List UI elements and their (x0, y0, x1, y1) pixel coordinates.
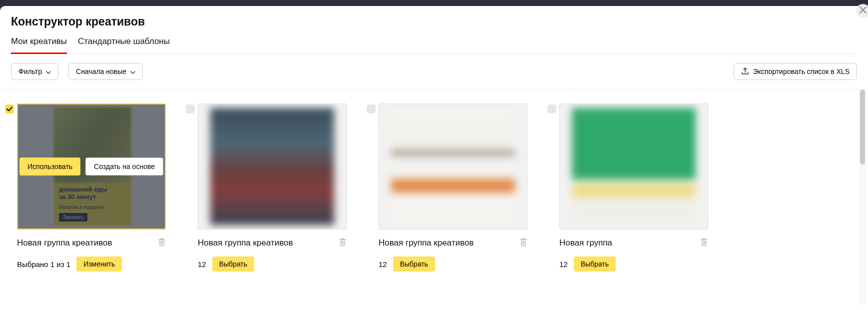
card-sub-row: Выбрано 1 из 1 Изменить (17, 256, 166, 272)
creative-grid: домашней еды за 30 минут Напиток в подар… (17, 104, 857, 272)
card-sub-row: 12 Выбрать (379, 256, 527, 272)
card-sub-row: 12 Выбрать (559, 256, 708, 272)
card-checkbox[interactable] (186, 104, 195, 114)
creative-grid-wrap: домашней еды за 30 минут Напиток в подар… (0, 90, 868, 304)
creative-card: Новая группа креативов 12 Выбрать (379, 104, 527, 272)
card-checkbox[interactable] (367, 104, 376, 114)
card-checkbox[interactable] (5, 104, 14, 114)
create-from-button[interactable]: Создать на основе (85, 158, 163, 176)
card-footer: Новая группа креативов (379, 238, 527, 248)
card-title: Новая группа креативов (198, 238, 293, 248)
card-hover-overlay: Использовать Создать на основе (18, 104, 165, 228)
sort-button[interactable]: Сначала новые (68, 63, 143, 80)
scrollbar-thumb[interactable] (860, 90, 865, 164)
card-title: Новая группа креативов (379, 238, 474, 248)
page-top-bar (0, 0, 868, 6)
creative-thumbnail[interactable] (198, 104, 347, 230)
card-count: 12 (559, 260, 568, 268)
creative-thumbnail[interactable] (559, 104, 708, 230)
tab-standard-templates[interactable]: Стандартные шаблоны (78, 36, 170, 54)
delete-button[interactable] (519, 238, 527, 248)
thumb-preview (210, 108, 334, 225)
card-footer: Новая группа (559, 238, 708, 248)
creative-thumbnail[interactable] (379, 104, 527, 230)
card-checkbox[interactable] (547, 104, 556, 114)
creative-builder-modal: Конструктор креативов Мои креативы Станд… (0, 6, 868, 310)
use-button[interactable]: Использовать (19, 158, 80, 176)
modal-header: Конструктор креативов Мои креативы Станд… (0, 6, 868, 54)
thumb-preview (572, 108, 696, 225)
select-button[interactable]: Выбрать (574, 256, 616, 272)
filter-button[interactable]: Фильтр (11, 63, 58, 80)
filter-label: Фильтр (18, 68, 42, 76)
chevron-down-icon (46, 68, 51, 76)
sort-label: Сначала новые (76, 68, 126, 76)
card-footer: Новая группа креативов (17, 238, 166, 248)
card-selection-text: Выбрано 1 из 1 (17, 260, 70, 268)
delete-button[interactable] (158, 238, 166, 248)
select-button[interactable]: Выбрать (393, 256, 435, 272)
trash-icon (519, 240, 527, 248)
card-sub-row: 12 Выбрать (198, 256, 347, 272)
tab-my-creatives[interactable]: Мои креативы (11, 36, 67, 54)
thumb-preview (391, 108, 515, 225)
card-title: Новая группа (559, 238, 612, 248)
delete-button[interactable] (700, 238, 708, 248)
creative-card: Новая группа креативов 12 Выбрать (198, 104, 347, 272)
toolbar: Фильтр Сначала новые Экспортировать спис… (0, 54, 868, 90)
export-icon (741, 67, 749, 76)
creative-card: домашней еды за 30 минут Напиток в подар… (17, 104, 166, 272)
export-label: Экспортировать список в XLS (753, 68, 850, 76)
trash-icon (158, 240, 166, 248)
trash-icon (339, 240, 347, 248)
close-button[interactable] (856, 4, 868, 18)
select-button[interactable]: Выбрать (212, 256, 254, 272)
creative-card: Новая группа 12 Выбрать (559, 104, 708, 272)
close-icon (860, 6, 867, 16)
card-count: 12 (379, 260, 387, 268)
export-xls-button[interactable]: Экспортировать список в XLS (734, 63, 858, 80)
chevron-down-icon (130, 68, 135, 76)
card-count: 12 (198, 260, 206, 268)
delete-button[interactable] (339, 238, 347, 248)
modal-title: Конструктор креативов (11, 15, 857, 28)
check-icon (6, 104, 12, 114)
card-footer: Новая группа креативов (198, 238, 347, 248)
edit-button[interactable]: Изменить (76, 256, 122, 272)
vertical-scrollbar[interactable] (859, 90, 866, 304)
trash-icon (700, 240, 708, 248)
creative-thumbnail[interactable]: домашней еды за 30 минут Напиток в подар… (17, 104, 166, 230)
tabs: Мои креативы Стандартные шаблоны (11, 36, 857, 54)
card-title: Новая группа креативов (17, 238, 112, 248)
